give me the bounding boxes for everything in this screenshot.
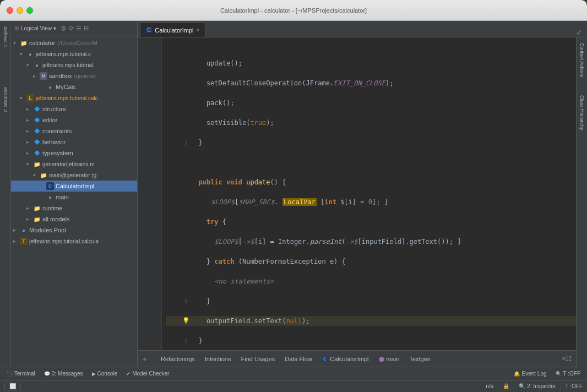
bottom-tabs-bar: + Refactorings Intentions Find Usages D	[138, 350, 576, 367]
status-lock[interactable]: 🔒	[503, 383, 509, 389]
tree-item-sandbox[interactable]: ▸ M sandbox (generati	[11, 70, 137, 81]
status-na-label: n/a	[486, 383, 493, 389]
tab-terminal[interactable]: ⬛ Terminal	[2, 368, 40, 380]
status-inspector[interactable]: 🔍 2: Inspector	[519, 383, 556, 389]
tree-item-modules[interactable]: ▸ ● Modules Pool	[11, 225, 137, 236]
tab-textgen[interactable]: Textgen	[405, 352, 435, 366]
tree-item-mycalc[interactable]: ● MyCalc	[11, 81, 137, 92]
line-content: try {	[191, 217, 576, 227]
inspector-status-icon: 🔍	[519, 383, 525, 389]
toolbar-collapse-icon[interactable]: ⊟	[84, 25, 89, 32]
tree-item-typesystem[interactable]: ▸ 🔷 typesystem	[11, 148, 137, 159]
tab-console-label: Console	[97, 371, 118, 377]
close-button[interactable]	[7, 7, 13, 14]
status-separator-2	[514, 383, 514, 390]
tab-event-log[interactable]: 🔔 Event Log	[509, 368, 551, 380]
tab-close-icon[interactable]: ×	[197, 27, 200, 33]
line-content: }	[191, 336, 576, 346]
tree-item-constraints[interactable]: ▸ 🔷 constraints	[11, 126, 137, 137]
project-tab-label[interactable]: 1: Project	[2, 23, 9, 51]
tab-refactorings-label: Refactorings	[161, 356, 195, 362]
tab-model-checker[interactable]: ✔ Model Checker	[122, 368, 173, 380]
status-left-button[interactable]: ⬜	[4, 383, 21, 390]
tab-data-flow[interactable]: Data Flow	[280, 352, 317, 366]
fold-col: }	[182, 296, 191, 306]
line-content: setDefaultCloseOperation(JFrame.EXIT_ON_…	[191, 78, 576, 88]
fold-col: }	[182, 138, 191, 148]
minimize-button[interactable]	[17, 7, 23, 14]
tree-item-jb2[interactable]: ▾ ● jetbrains.mps.tutorial.	[11, 59, 137, 70]
tool-tabs-bar: ⬛ Terminal 💬 0: Messages ▶ Console ✔ Mod…	[0, 367, 587, 380]
tab-find-usages[interactable]: Find Usages	[236, 352, 279, 366]
code-line: try {	[166, 217, 576, 227]
tree-item-generator[interactable]: ▾ 📁 generator/jetbrains.m	[11, 159, 137, 170]
tree-item-jbcalc[interactable]: ▸ T jetbrains.mps.tutorial.calcula	[11, 236, 137, 247]
code-line: } }	[166, 336, 576, 346]
status-toff[interactable]: T :OFF	[566, 383, 583, 389]
code-line: <no statements>	[166, 276, 576, 286]
console-icon: ▶	[92, 371, 96, 377]
line-content: }	[191, 296, 576, 306]
tree-item-main-gen[interactable]: ▾ 📁 main@generator (g	[11, 170, 137, 181]
maximize-button[interactable]	[26, 7, 33, 14]
tab-refactorings[interactable]: Refactorings	[156, 352, 199, 366]
tab-messages[interactable]: 💬 0: Messages	[40, 368, 88, 380]
class-hierarchy-tab[interactable]: Class Hierarchy	[578, 92, 586, 134]
inspector-icon: 🔍	[556, 371, 562, 377]
tab-main-bottom-label: main	[387, 356, 400, 362]
event-log-icon: 🔔	[514, 371, 520, 377]
add-tab-button[interactable]: +	[140, 353, 150, 364]
tab-main-bottom[interactable]: ⬤ main	[374, 352, 404, 366]
traffic-lights[interactable]	[7, 7, 33, 14]
code-content-area[interactable]: update(); setDefaultCloseOperation(JFram…	[162, 37, 576, 350]
tab-calcimpl-bottom-icon: C	[322, 356, 328, 362]
toolbar-settings-icon[interactable]: ⚙	[61, 25, 67, 32]
code-line: } catch (NumberFormatException e) {	[166, 257, 576, 266]
tree-item-runtime[interactable]: ▸ 📁 runtime	[11, 203, 137, 214]
code-line: $LOOP$[$MAP_SRC$. LocalVar [int $[i] = 0…	[166, 197, 576, 207]
code-line: } }	[166, 138, 576, 148]
line-content: pack();	[191, 98, 576, 108]
project-tree: ▾ 📁 calculator (/Users/Oscar/M ▾ ● jetbr…	[11, 36, 137, 367]
tab-find-usages-label: Find Usages	[241, 356, 275, 362]
tree-item-calculator[interactable]: ▾ 📁 calculator (/Users/Oscar/M	[11, 37, 137, 48]
tab-messages-label: 0: Messages	[52, 371, 83, 377]
code-line: setDefaultCloseOperation(JFrame.EXIT_ON_…	[166, 78, 576, 88]
context-actions-tab[interactable]: Context Actions	[578, 40, 586, 81]
code-line: } }	[166, 296, 576, 306]
tab-calcimpl[interactable]: C CalculatorImpl ×	[140, 23, 205, 37]
logical-view-icon[interactable]: ⊞	[14, 25, 19, 31]
tab-calcimpl-icon: C	[146, 27, 152, 33]
tab-inspector-label: T :OFF	[563, 371, 580, 377]
tree-item-behavior[interactable]: ▸ 🔷 behavior	[11, 137, 137, 148]
line-numbers-gutter	[138, 37, 153, 350]
line-content: public void update() {	[191, 177, 576, 187]
tree-item-structure[interactable]: ▸ 🔷 structure	[11, 104, 137, 115]
tree-item-allmodels[interactable]: ▸ 📁 all models	[11, 214, 137, 225]
tree-item-calcimpl[interactable]: C CalculatorImpl	[11, 181, 137, 192]
structure-tab-label[interactable]: 7: Structure	[2, 84, 9, 116]
tab-main-bottom-icon: ⬤	[379, 356, 384, 362]
tab-calcimpl-label: CalculatorImpl	[155, 27, 193, 34]
status-separator-1	[498, 383, 498, 390]
tree-item-jb3[interactable]: ▾ L jetbrains.mps.tutorial.calc	[11, 92, 137, 104]
logical-view-label[interactable]: Logical View ▾	[21, 25, 56, 31]
fold-col: }	[182, 336, 191, 346]
toolbar-sync-icon[interactable]: ⟳	[69, 25, 74, 32]
status-na[interactable]: n/a	[486, 383, 493, 389]
toolbar-gear-icon[interactable]: ☰	[76, 25, 81, 32]
tab-inspector[interactable]: 🔍 T :OFF	[551, 368, 585, 380]
tree-item-editor[interactable]: ▸ 🔷 editor	[11, 115, 137, 126]
editor-checkmark: ✓	[576, 28, 587, 37]
tree-item-jb1[interactable]: ▾ ● jetbrains.mps.tutorial.c	[11, 48, 137, 59]
code-line: update();	[166, 58, 576, 68]
tab-intentions[interactable]: Intentions	[200, 352, 236, 366]
line-content: $LOOP$[$MAP_SRC$. LocalVar [int $[i] = 0…	[195, 197, 576, 207]
tree-item-main[interactable]: ● main	[11, 192, 137, 203]
lock-icon: 🔒	[503, 383, 509, 389]
tab-console[interactable]: ▶ Console	[88, 368, 122, 380]
code-line: public void update() {	[166, 177, 576, 187]
tab-textgen-label: Textgen	[409, 356, 431, 362]
code-scroll-area[interactable]: update(); setDefaultCloseOperation(JFram…	[138, 37, 576, 350]
tab-calcimpl-bottom[interactable]: C CalculatorImpl	[318, 352, 373, 366]
